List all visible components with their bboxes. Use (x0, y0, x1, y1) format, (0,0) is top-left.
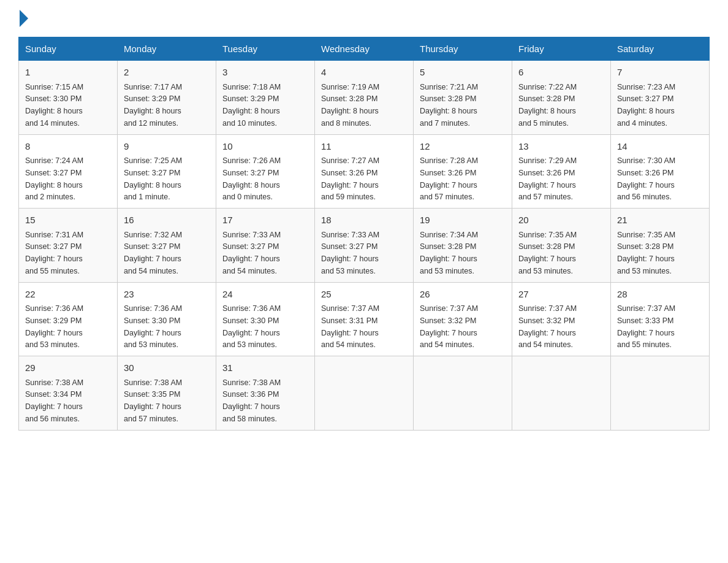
day-number: 5 (420, 66, 506, 80)
day-number: 21 (617, 213, 703, 228)
day-info: Sunrise: 7:38 AMSunset: 3:34 PMDaylight:… (25, 378, 83, 423)
calendar-cell: 4Sunrise: 7:19 AMSunset: 3:28 PMDaylight… (315, 61, 414, 135)
day-info: Sunrise: 7:34 AMSunset: 3:28 PMDaylight:… (420, 231, 478, 275)
calendar-header-row: SundayMondayTuesdayWednesdayThursdayFrid… (19, 37, 710, 61)
calendar-cell: 21Sunrise: 7:35 AMSunset: 3:28 PMDayligh… (611, 209, 710, 283)
calendar-cell: 23Sunrise: 7:36 AMSunset: 3:30 PMDayligh… (118, 282, 216, 356)
column-header-wednesday: Wednesday (315, 37, 414, 61)
day-info: Sunrise: 7:32 AMSunset: 3:27 PMDaylight:… (124, 231, 182, 275)
calendar-cell: 7Sunrise: 7:23 AMSunset: 3:27 PMDaylight… (611, 61, 710, 135)
day-number: 13 (518, 140, 604, 154)
day-number: 11 (321, 140, 407, 154)
calendar-cell: 13Sunrise: 7:29 AMSunset: 3:26 PMDayligh… (512, 134, 611, 209)
logo (18, 12, 28, 25)
calendar-cell: 12Sunrise: 7:28 AMSunset: 3:26 PMDayligh… (414, 134, 512, 209)
calendar-cell: 19Sunrise: 7:34 AMSunset: 3:28 PMDayligh… (414, 209, 512, 283)
day-number: 2 (124, 66, 210, 80)
day-info: Sunrise: 7:33 AMSunset: 3:27 PMDaylight:… (321, 231, 379, 275)
day-number: 28 (617, 288, 703, 302)
day-number: 18 (321, 213, 407, 228)
day-number: 19 (420, 213, 506, 228)
calendar-cell: 20Sunrise: 7:35 AMSunset: 3:28 PMDayligh… (512, 209, 611, 283)
calendar-cell (611, 356, 710, 431)
page-header (18, 12, 710, 25)
calendar-cell: 11Sunrise: 7:27 AMSunset: 3:26 PMDayligh… (315, 134, 414, 209)
day-number: 23 (124, 288, 210, 302)
day-number: 3 (222, 66, 308, 80)
calendar-week-row: 8Sunrise: 7:24 AMSunset: 3:27 PMDaylight… (19, 134, 710, 209)
calendar-cell (414, 356, 512, 431)
calendar-cell: 16Sunrise: 7:32 AMSunset: 3:27 PMDayligh… (118, 209, 216, 283)
day-info: Sunrise: 7:30 AMSunset: 3:26 PMDaylight:… (617, 156, 675, 201)
day-info: Sunrise: 7:36 AMSunset: 3:30 PMDaylight:… (222, 304, 281, 349)
day-info: Sunrise: 7:37 AMSunset: 3:32 PMDaylight:… (420, 304, 478, 349)
calendar-cell: 3Sunrise: 7:18 AMSunset: 3:29 PMDaylight… (216, 61, 315, 135)
column-header-saturday: Saturday (611, 37, 710, 61)
calendar-cell: 18Sunrise: 7:33 AMSunset: 3:27 PMDayligh… (315, 209, 414, 283)
day-number: 16 (124, 213, 210, 228)
day-info: Sunrise: 7:37 AMSunset: 3:31 PMDaylight:… (321, 304, 379, 349)
calendar-cell: 28Sunrise: 7:37 AMSunset: 3:33 PMDayligh… (611, 282, 710, 356)
day-info: Sunrise: 7:37 AMSunset: 3:33 PMDaylight:… (617, 304, 675, 349)
day-info: Sunrise: 7:38 AMSunset: 3:36 PMDaylight:… (222, 378, 281, 423)
day-number: 15 (25, 213, 111, 228)
day-info: Sunrise: 7:29 AMSunset: 3:26 PMDaylight:… (518, 156, 577, 201)
day-number: 8 (25, 140, 111, 154)
day-info: Sunrise: 7:22 AMSunset: 3:28 PMDaylight:… (518, 83, 577, 128)
calendar-cell: 1Sunrise: 7:15 AMSunset: 3:30 PMDaylight… (19, 61, 118, 135)
calendar-cell: 15Sunrise: 7:31 AMSunset: 3:27 PMDayligh… (19, 209, 118, 283)
column-header-monday: Monday (118, 37, 216, 61)
column-header-thursday: Thursday (414, 37, 512, 61)
day-number: 17 (222, 213, 308, 228)
day-number: 4 (321, 66, 407, 80)
day-info: Sunrise: 7:38 AMSunset: 3:35 PMDaylight:… (124, 378, 182, 423)
calendar-cell: 6Sunrise: 7:22 AMSunset: 3:28 PMDaylight… (512, 61, 611, 135)
day-info: Sunrise: 7:33 AMSunset: 3:27 PMDaylight:… (222, 231, 281, 275)
day-number: 20 (518, 213, 604, 228)
day-number: 14 (617, 140, 703, 154)
calendar-cell: 10Sunrise: 7:26 AMSunset: 3:27 PMDayligh… (216, 134, 315, 209)
day-number: 27 (518, 288, 604, 302)
day-info: Sunrise: 7:31 AMSunset: 3:27 PMDaylight:… (25, 231, 83, 275)
day-number: 30 (124, 361, 210, 375)
logo-triangle-icon (20, 10, 28, 27)
day-number: 1 (25, 66, 111, 80)
column-header-sunday: Sunday (19, 37, 118, 61)
calendar-cell: 29Sunrise: 7:38 AMSunset: 3:34 PMDayligh… (19, 356, 118, 431)
calendar-cell (315, 356, 414, 431)
day-number: 25 (321, 288, 407, 302)
calendar-week-row: 29Sunrise: 7:38 AMSunset: 3:34 PMDayligh… (19, 356, 710, 431)
day-number: 26 (420, 288, 506, 302)
column-header-friday: Friday (512, 37, 611, 61)
day-info: Sunrise: 7:24 AMSunset: 3:27 PMDaylight:… (25, 156, 83, 201)
day-info: Sunrise: 7:36 AMSunset: 3:30 PMDaylight:… (124, 304, 182, 349)
day-number: 9 (124, 140, 210, 154)
calendar-week-row: 15Sunrise: 7:31 AMSunset: 3:27 PMDayligh… (19, 209, 710, 283)
calendar-cell: 26Sunrise: 7:37 AMSunset: 3:32 PMDayligh… (414, 282, 512, 356)
day-number: 10 (222, 140, 308, 154)
day-number: 22 (25, 288, 111, 302)
day-info: Sunrise: 7:35 AMSunset: 3:28 PMDaylight:… (617, 231, 675, 275)
day-info: Sunrise: 7:18 AMSunset: 3:29 PMDaylight:… (222, 83, 281, 128)
calendar-week-row: 1Sunrise: 7:15 AMSunset: 3:30 PMDaylight… (19, 61, 710, 135)
day-info: Sunrise: 7:17 AMSunset: 3:29 PMDaylight:… (124, 83, 182, 128)
day-info: Sunrise: 7:37 AMSunset: 3:32 PMDaylight:… (518, 304, 577, 349)
calendar-cell (512, 356, 611, 431)
calendar-cell: 24Sunrise: 7:36 AMSunset: 3:30 PMDayligh… (216, 282, 315, 356)
day-number: 7 (617, 66, 703, 80)
calendar-week-row: 22Sunrise: 7:36 AMSunset: 3:29 PMDayligh… (19, 282, 710, 356)
calendar-cell: 2Sunrise: 7:17 AMSunset: 3:29 PMDaylight… (118, 61, 216, 135)
day-info: Sunrise: 7:25 AMSunset: 3:27 PMDaylight:… (124, 156, 182, 201)
calendar-cell: 31Sunrise: 7:38 AMSunset: 3:36 PMDayligh… (216, 356, 315, 431)
day-info: Sunrise: 7:26 AMSunset: 3:27 PMDaylight:… (222, 156, 281, 201)
calendar-cell: 17Sunrise: 7:33 AMSunset: 3:27 PMDayligh… (216, 209, 315, 283)
day-number: 12 (420, 140, 506, 154)
day-info: Sunrise: 7:23 AMSunset: 3:27 PMDaylight:… (617, 83, 675, 128)
day-number: 24 (222, 288, 308, 302)
day-info: Sunrise: 7:27 AMSunset: 3:26 PMDaylight:… (321, 156, 379, 201)
calendar-cell: 22Sunrise: 7:36 AMSunset: 3:29 PMDayligh… (19, 282, 118, 356)
day-info: Sunrise: 7:15 AMSunset: 3:30 PMDaylight:… (25, 83, 83, 128)
calendar-cell: 5Sunrise: 7:21 AMSunset: 3:28 PMDaylight… (414, 61, 512, 135)
calendar-cell: 8Sunrise: 7:24 AMSunset: 3:27 PMDaylight… (19, 134, 118, 209)
day-info: Sunrise: 7:35 AMSunset: 3:28 PMDaylight:… (518, 231, 577, 275)
